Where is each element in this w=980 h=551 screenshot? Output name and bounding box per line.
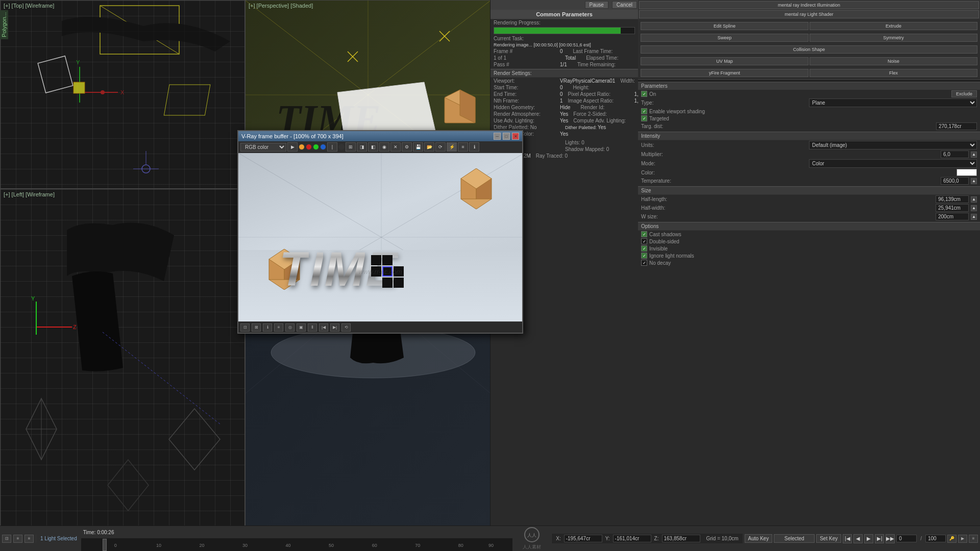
timeline-slider[interactable]: 0 10 20 30 40 50 60 70 80 90: [81, 539, 513, 551]
vfb-status-icon-1[interactable]: ⊡: [240, 323, 250, 332]
ignore-normals-check[interactable]: [641, 253, 647, 259]
vfb-status-icon-2[interactable]: ⊠: [252, 323, 261, 332]
vfb-status-icon-3[interactable]: ℹ: [263, 323, 272, 332]
double-sided-check[interactable]: [641, 238, 647, 244]
bottom-icon-2[interactable]: ≡: [13, 535, 22, 543]
half-length-input[interactable]: [936, 195, 969, 203]
vfb-icon-info[interactable]: ℹ: [469, 142, 479, 152]
light-info-display: 1 Light Selected: [36, 535, 81, 542]
vfb-orange-color[interactable]: [299, 144, 305, 150]
half-width-spin[interactable]: ▲: [971, 205, 977, 211]
extrude-btn[interactable]: Extrude: [810, 22, 977, 30]
vfb-maximize-btn[interactable]: □: [503, 133, 510, 140]
vfb-dark-color[interactable]: [338, 144, 345, 150]
bottom-icon-filter[interactable]: ≡: [969, 535, 978, 543]
color-swatch[interactable]: [957, 169, 977, 176]
viewport-row: Viewport: VRayPhysicalCamera01 Width: 70…: [491, 78, 638, 84]
target-dist-input[interactable]: [936, 122, 977, 130]
vfb-blue-color[interactable]: [320, 144, 326, 150]
z-input[interactable]: [662, 535, 700, 542]
vfb-close-btn[interactable]: ✕: [512, 133, 519, 140]
on-checkbox[interactable]: [641, 91, 647, 97]
timeline-block[interactable]: [103, 539, 107, 551]
vfb-status-icon-8[interactable]: |◀: [319, 323, 328, 332]
vfb-status-icon-9[interactable]: ▶|: [330, 323, 339, 332]
pause-button[interactable]: Pause: [585, 1, 608, 9]
viewport-left[interactable]: [+] [Left] [Wireframe] Y Z: [0, 189, 245, 551]
vfb-status-icon-7[interactable]: Ⅱ: [308, 323, 317, 332]
w-size-spin[interactable]: ▲: [971, 214, 977, 220]
current-task-row: Current Task:: [491, 35, 638, 42]
vfb-status-icon-6[interactable]: ▣: [297, 323, 306, 332]
go-end-btn[interactable]: ▶▶: [886, 534, 895, 543]
vfb-icon-active[interactable]: ⚡: [447, 142, 457, 152]
temperature-spin[interactable]: ▲: [971, 178, 977, 184]
invisible-row: Invisible: [638, 245, 980, 252]
vfb-icon-x[interactable]: ✕: [390, 142, 401, 152]
no-decay-check[interactable]: [641, 260, 647, 266]
modifier-item-mray-light[interactable]: mental ray Light Shader: [639, 10, 979, 18]
vfb-status-icon-5[interactable]: ◎: [285, 323, 295, 332]
bottom-icon-play[interactable]: ▶: [958, 535, 967, 543]
x-input[interactable]: [564, 535, 602, 542]
yfire-btn[interactable]: yFire Fragment: [641, 69, 808, 77]
cast-shadows-check[interactable]: [641, 231, 647, 237]
enable-viewport-check[interactable]: [641, 108, 647, 114]
vfb-status-icon-10[interactable]: ⟲: [341, 323, 351, 332]
vfb-icon-save2[interactable]: 💾: [413, 142, 423, 152]
prev-frame-btn[interactable]: ◀: [853, 534, 863, 543]
units-select[interactable]: Default (image): [809, 141, 977, 149]
bottom-icon-3[interactable]: ≡: [24, 535, 34, 543]
symmetry-btn[interactable]: Symmetry: [810, 34, 977, 42]
edit-spline-btn[interactable]: Edit Spline: [641, 22, 808, 30]
vfb-save-btn[interactable]: ▶: [287, 142, 298, 152]
vfb-green-color[interactable]: [313, 144, 319, 150]
vfb-red-color[interactable]: [306, 144, 312, 150]
mode-select[interactable]: Color: [809, 159, 977, 168]
bottom-icon-1[interactable]: ⊡: [2, 535, 11, 543]
vfb-icon-eye[interactable]: ◉: [379, 142, 389, 152]
half-length-spin[interactable]: ▲: [971, 196, 977, 203]
vfb-status-icon-4[interactable]: ≡: [274, 323, 283, 332]
vfb-icon-settings[interactable]: ≡: [458, 142, 468, 152]
collision-shape-btn[interactable]: Collision Shape: [641, 45, 977, 54]
vfb-icon-compare[interactable]: ◧: [368, 142, 378, 152]
sweep-btn[interactable]: Sweep: [641, 34, 808, 42]
vfb-icon-history[interactable]: ⟳: [435, 142, 446, 152]
light-params-header: Parameters: [638, 82, 980, 90]
color-row: Color:: [638, 168, 980, 177]
auto-key-btn[interactable]: Auto Key: [745, 534, 773, 543]
half-width-input[interactable]: [936, 204, 969, 212]
flex-btn[interactable]: Flex: [810, 69, 977, 77]
noise-btn[interactable]: Noise: [810, 57, 977, 65]
viewport-top-left[interactable]: [+] [Top] [Wireframe] X Y: [0, 0, 245, 189]
vfb-icon-1[interactable]: |: [327, 142, 337, 152]
w-size-input[interactable]: [936, 213, 969, 220]
vfb-icon-show[interactable]: ◨: [357, 142, 367, 152]
vfb-icon-layers[interactable]: ⊞: [346, 142, 356, 152]
play-btn[interactable]: ▶: [864, 534, 873, 543]
vfb-color-mode-select[interactable]: RGB color: [240, 143, 286, 152]
multiplier-input[interactable]: [941, 151, 969, 158]
vfb-minimize-btn[interactable]: ─: [494, 133, 501, 140]
vfb-titlebar[interactable]: V-Ray frame buffer - [100% of 700 x 394]…: [238, 131, 522, 141]
y-input[interactable]: [613, 535, 651, 542]
bottom-icon-keys[interactable]: 🔑: [947, 535, 957, 543]
multiplier-up[interactable]: ▲: [971, 152, 977, 158]
vfb-icon-gear[interactable]: ⚙: [402, 142, 412, 152]
targeted-check[interactable]: [641, 115, 647, 121]
end-frame-input[interactable]: [925, 535, 946, 542]
vfb-icon-open[interactable]: 📂: [424, 142, 434, 152]
set-key-btn[interactable]: Set Key: [816, 534, 841, 543]
next-frame-btn[interactable]: ▶|: [875, 534, 884, 543]
svg-text:X: X: [120, 89, 125, 95]
go-start-btn[interactable]: |◀: [843, 534, 852, 543]
exclude-button[interactable]: Exclude: [951, 90, 977, 97]
cancel-button[interactable]: Cancel: [612, 1, 637, 9]
frame-input[interactable]: [896, 535, 917, 542]
temperature-input[interactable]: [941, 177, 969, 185]
modifier-item-mray-indirect[interactable]: mental ray Indirect Illumination: [639, 1, 979, 9]
invisible-check[interactable]: [641, 245, 647, 252]
uvmap-btn[interactable]: UV Map: [641, 57, 808, 65]
type-select[interactable]: Plane: [809, 98, 977, 107]
